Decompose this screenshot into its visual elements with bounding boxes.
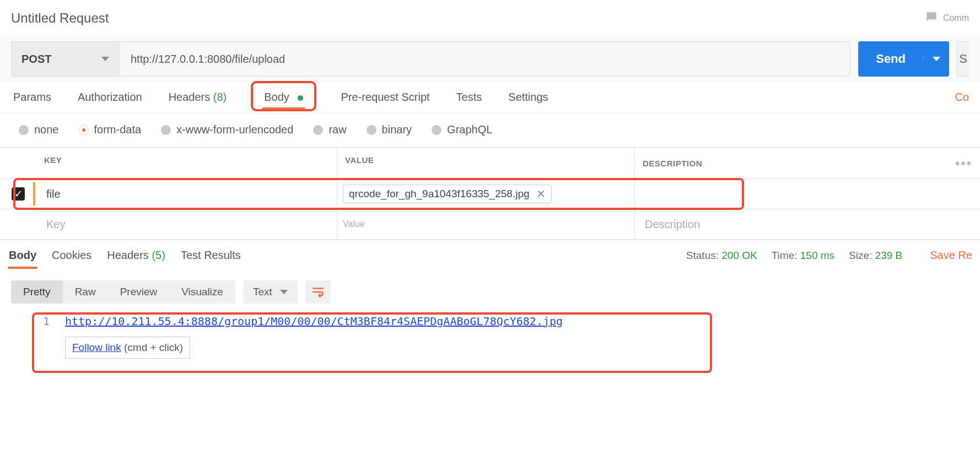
- size-label: Size:: [849, 250, 872, 261]
- time-value: 150 ms: [800, 250, 834, 261]
- request-title[interactable]: Untitled Request: [11, 10, 924, 26]
- view-pretty[interactable]: Pretty: [11, 280, 63, 304]
- method-select[interactable]: POST: [11, 41, 119, 77]
- bodytype-formdata-label: form-data: [94, 123, 142, 136]
- resp-tab-test-results[interactable]: Test Results: [180, 242, 242, 268]
- comments-label: Comm: [943, 13, 969, 23]
- line-number: 1: [36, 315, 50, 328]
- tab-tests[interactable]: Tests: [454, 83, 484, 111]
- follow-link[interactable]: Follow link: [72, 342, 121, 353]
- tab-params[interactable]: Params: [11, 83, 53, 111]
- resp-tab-body[interactable]: Body: [8, 242, 37, 268]
- body-indicator-icon: [298, 95, 303, 101]
- bodytype-raw-label: raw: [329, 123, 346, 136]
- tab-settings[interactable]: Settings: [506, 83, 550, 111]
- wrap-toggle[interactable]: [305, 280, 331, 304]
- bodytype-urlencoded[interactable]: x-www-form-urlencoded: [161, 123, 293, 136]
- bodytype-raw[interactable]: raw: [313, 123, 346, 136]
- radio-icon: [367, 125, 376, 135]
- chevron-down-icon: [280, 290, 288, 294]
- status-value: 200 OK: [721, 250, 757, 261]
- kv-value-placeholder-label: Value: [343, 219, 365, 229]
- view-raw[interactable]: Raw: [63, 280, 108, 304]
- radio-icon: [19, 125, 29, 135]
- kv-head-value: VALUE: [337, 148, 635, 178]
- status-label: Status:: [686, 250, 719, 261]
- tab-headers-label: Headers: [169, 91, 211, 103]
- more-icon[interactable]: •••: [955, 155, 972, 171]
- bodytype-urlencoded-label: x-www-form-urlencoded: [176, 123, 293, 136]
- tab-headers-count: (8): [213, 91, 227, 103]
- url-input[interactable]: http://127.0.0.1:8080/file/upload: [119, 41, 850, 77]
- view-preview[interactable]: Preview: [108, 280, 170, 304]
- chevron-down-icon: [933, 57, 940, 61]
- send-button[interactable]: Send: [858, 41, 949, 77]
- tab-prerequest[interactable]: Pre-request Script: [338, 83, 432, 111]
- file-chip[interactable]: qrcode_for_gh_9a1043f16335_258.jpg ✕: [343, 185, 552, 203]
- kv-header: KEY VALUE DESCRIPTION •••: [0, 147, 980, 179]
- tab-authorization[interactable]: Authorization: [76, 83, 144, 111]
- radio-icon: [313, 125, 323, 135]
- kv-key-input[interactable]: file: [36, 179, 337, 209]
- kv-head-key: KEY: [36, 148, 337, 178]
- comments-button[interactable]: Comm: [924, 10, 969, 26]
- format-value: Text: [253, 286, 272, 298]
- bodytype-binary[interactable]: binary: [367, 123, 412, 136]
- kv-head-desc: DESCRIPTION: [643, 159, 702, 168]
- format-select[interactable]: Text: [243, 280, 298, 304]
- resp-tab-headers-count: (5): [152, 249, 165, 261]
- chevron-down-icon: [101, 57, 109, 61]
- tab-body-label: Body: [264, 91, 289, 103]
- follow-hint: (cmd + click): [124, 342, 183, 353]
- kv-desc-input[interactable]: [635, 179, 980, 209]
- view-mode-segment: Pretty Raw Preview Visualize: [11, 280, 235, 304]
- resp-tab-headers[interactable]: Headers (5): [106, 242, 166, 268]
- file-chip-name: qrcode_for_gh_9a1043f16335_258.jpg: [349, 188, 530, 200]
- url-value: http://127.0.0.1:8080/file/upload: [131, 53, 285, 66]
- save-response-button[interactable]: Save Re: [930, 249, 972, 262]
- highlight-body-tab: Body: [251, 81, 316, 111]
- cookies-link[interactable]: Co: [955, 91, 969, 104]
- bodytype-graphql-label: GraphQL: [447, 123, 492, 136]
- radio-checked-icon: [79, 125, 89, 135]
- view-visualize[interactable]: Visualize: [169, 280, 235, 304]
- wrap-icon: [311, 285, 325, 299]
- follow-link-tooltip: Follow link (cmd + click): [65, 337, 190, 359]
- resp-tab-headers-label: Headers: [107, 249, 149, 261]
- resp-tab-cookies[interactable]: Cookies: [51, 242, 93, 268]
- kv-desc-placeholder[interactable]: Description: [635, 209, 980, 239]
- response-url-link[interactable]: http://10.211.55.4:8888/group1/M00/00/00…: [65, 315, 563, 328]
- kv-row-empty: Key Value Description: [0, 209, 980, 240]
- bodytype-none[interactable]: none: [19, 123, 59, 136]
- response-line: 1 http://10.211.55.4:8888/group1/M00/00/…: [11, 311, 969, 332]
- bodytype-formdata[interactable]: form-data: [79, 123, 142, 136]
- radio-icon: [161, 125, 171, 135]
- bodytype-none-label: none: [34, 123, 59, 136]
- comment-icon: [924, 10, 939, 26]
- bodytype-binary-label: binary: [382, 123, 412, 136]
- send-label: Send: [858, 52, 923, 66]
- row-checkbox[interactable]: ✓: [12, 187, 25, 201]
- remove-file-icon[interactable]: ✕: [536, 187, 546, 201]
- tab-body[interactable]: Body: [262, 85, 305, 109]
- tab-headers[interactable]: Headers (8): [166, 83, 229, 111]
- kv-value-placeholder[interactable]: Value: [337, 209, 635, 239]
- time-label: Time:: [772, 250, 798, 261]
- kv-row: ✓ file qrcode_for_gh_9a1043f16335_258.jp…: [0, 179, 980, 209]
- radio-icon: [432, 125, 441, 135]
- method-value: POST: [21, 53, 51, 66]
- save-button[interactable]: S: [957, 41, 969, 77]
- kv-key-placeholder[interactable]: Key: [36, 209, 337, 239]
- bodytype-graphql[interactable]: GraphQL: [432, 123, 492, 136]
- size-value: 239 B: [875, 250, 903, 261]
- row-accent: [33, 182, 35, 205]
- send-dropdown[interactable]: [923, 57, 949, 61]
